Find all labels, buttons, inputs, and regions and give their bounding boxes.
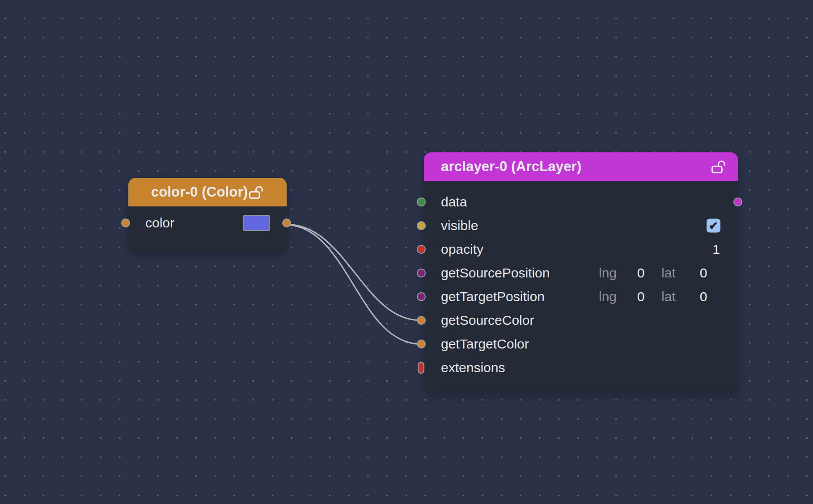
- gettargetposition-fields: lng 0 lat 0: [599, 289, 724, 304]
- unlock-icon[interactable]: [248, 184, 264, 200]
- row-extensions-label: extensions: [441, 360, 505, 375]
- row-gettargetcolor: getTargetColor: [424, 332, 738, 356]
- flow-canvas[interactable]: color-0 (Color) color arclayer-0 (ArcLay…: [0, 0, 813, 504]
- lng-value-field[interactable]: 0: [620, 289, 661, 304]
- arclayer-node-header[interactable]: arclayer-0 (ArcLayer): [424, 152, 738, 181]
- color-swatch[interactable]: [243, 215, 270, 231]
- lng-label: lng: [599, 265, 620, 281]
- port-gettargetposition-input[interactable]: [417, 292, 426, 301]
- visible-checkbox[interactable]: ✔: [707, 218, 720, 232]
- node-color-0[interactable]: color-0 (Color) color: [128, 178, 287, 252]
- port-getsourceposition-input[interactable]: [417, 269, 426, 277]
- row-visible-label: visible: [441, 218, 478, 233]
- color-node-header[interactable]: color-0 (Color): [128, 178, 287, 206]
- port-visible-input[interactable]: [417, 221, 426, 230]
- row-data-label: data: [441, 194, 467, 210]
- row-gettargetposition-label: getTargetPosition: [441, 289, 545, 304]
- port-data-input[interactable]: [417, 197, 426, 206]
- row-opacity-label: opacity: [441, 242, 483, 257]
- row-data: data: [424, 190, 738, 214]
- color-node-body: color: [128, 206, 287, 252]
- lat-value-field[interactable]: 0: [683, 265, 724, 281]
- node-arclayer-0[interactable]: arclayer-0 (ArcLayer) data visible ✔: [424, 152, 738, 393]
- row-gettargetposition: getTargetPosition lng 0 lat 0: [424, 285, 738, 308]
- port-color-output[interactable]: [282, 218, 291, 227]
- lat-label: lat: [661, 265, 683, 281]
- row-opacity: opacity 1: [424, 237, 738, 261]
- port-layer-output[interactable]: [733, 197, 742, 206]
- row-getsourceposition: getSourcePosition lng 0 lat 0: [424, 261, 738, 285]
- color-row-label: color: [145, 215, 174, 231]
- lat-value-field[interactable]: 0: [683, 289, 724, 304]
- row-extensions: extensions: [424, 356, 738, 379]
- port-color-input[interactable]: [121, 218, 130, 227]
- unlock-icon[interactable]: [710, 159, 726, 175]
- edge-color-to-gettargetcolor[interactable]: [287, 225, 421, 344]
- port-opacity-input[interactable]: [417, 245, 426, 254]
- port-getsourcecolor-input[interactable]: [417, 316, 426, 325]
- getsourceposition-fields: lng 0 lat 0: [599, 265, 724, 281]
- lng-value-field[interactable]: 0: [620, 265, 661, 281]
- row-gettargetcolor-label: getTargetColor: [441, 336, 529, 352]
- port-gettargetcolor-input[interactable]: [417, 340, 426, 349]
- row-getsourcecolor-label: getSourceColor: [441, 313, 534, 328]
- row-getsourceposition-label: getSourcePosition: [441, 265, 550, 281]
- row-color: color: [128, 206, 287, 239]
- check-icon: ✔: [709, 220, 718, 231]
- row-getsourcecolor: getSourceColor: [424, 308, 738, 332]
- lat-label: lat: [661, 289, 683, 304]
- row-visible: visible ✔: [424, 214, 738, 237]
- opacity-value-field[interactable]: 1: [712, 242, 720, 257]
- port-extensions-input[interactable]: [418, 361, 424, 374]
- arclayer-node-title: arclayer-0 (ArcLayer): [441, 159, 581, 175]
- color-node-title: color-0 (Color): [151, 184, 248, 200]
- lng-label: lng: [599, 289, 620, 304]
- arclayer-node-body: data visible ✔ opacity 1 getSourcePositi…: [424, 181, 738, 379]
- edge-color-to-getsourcecolor[interactable]: [287, 224, 421, 320]
